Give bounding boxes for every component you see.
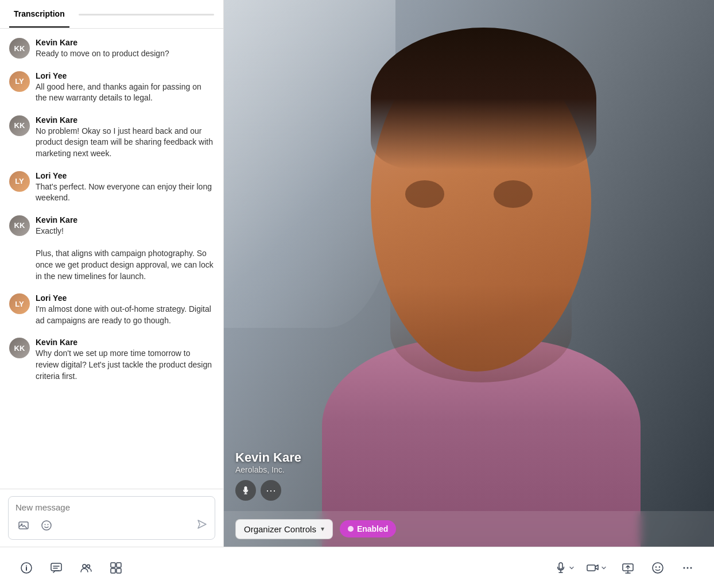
mute-button[interactable] [235, 480, 256, 501]
svg-rect-13 [111, 563, 115, 567]
svg-point-22 [655, 566, 657, 567]
more-options-toolbar-button[interactable] [675, 555, 700, 581]
organizer-bar: Organizer Controls ▾ Enabled [224, 511, 714, 547]
main-area: Transcription KK Kevin Kare Ready to mov… [0, 0, 714, 547]
transcript-content: Kevin Kare No problem! Okay so I just he… [36, 115, 214, 160]
transcript-list: KK Kevin Kare Ready to move on to produc… [0, 29, 223, 489]
message-input-area [0, 489, 223, 547]
mic-button-group[interactable] [551, 559, 579, 577]
apps-button[interactable] [103, 555, 129, 581]
transcript-name: Lori Yee [36, 71, 214, 80]
enabled-dot-icon [348, 526, 354, 532]
organizer-controls-dropdown[interactable]: Organizer Controls ▾ [235, 519, 333, 539]
video-button-group[interactable] [583, 559, 611, 577]
transcript-content: Kevin Kare Why don't we set up more time… [36, 338, 214, 382]
transcript-content: Kevin Kare Exactly! [36, 215, 214, 237]
transcript-text: Ready to move on to product design? [36, 48, 214, 60]
transcript-item: LY Lori Yee All good here, and thanks ag… [9, 71, 214, 104]
svg-point-12 [87, 564, 90, 567]
transcript-text: That's perfect. Now everyone can enjoy t… [36, 181, 214, 204]
more-options-button[interactable]: ⋯ [261, 480, 281, 501]
transcript-item: KK Kevin Kare Why don't we set up more t… [9, 338, 214, 382]
svg-rect-14 [117, 563, 121, 567]
transcript-item: KK Kevin Kare Exactly! [9, 215, 214, 237]
transcript-item: LY Lori Yee That's perfect. Now everyone… [9, 171, 214, 204]
transcript-content: Lori Yee All good here, and thanks again… [36, 71, 214, 104]
message-input[interactable] [15, 502, 208, 512]
transcript-content: Lori Yee I'm almost done with out-of-hom… [36, 293, 214, 326]
tab-inactive-bar [79, 14, 214, 16]
svg-point-24 [684, 567, 685, 568]
organizer-controls-label: Organizer Controls [244, 524, 316, 534]
svg-point-23 [659, 566, 660, 567]
bottom-toolbar [0, 547, 714, 588]
transcript-text: I'm almost done with out-of-home strateg… [36, 304, 214, 326]
transcript-text: All good here, and thanks again for pass… [36, 82, 214, 104]
transcript-name: Kevin Kare [36, 338, 214, 347]
avatar-kevin: KK [9, 115, 30, 136]
transcript-text: Exactly! [36, 226, 214, 237]
enabled-badge[interactable]: Enabled [340, 520, 396, 537]
image-attach-icon[interactable] [15, 517, 32, 533]
transcript-content: Kevin Kare Ready to move on to product d… [36, 38, 214, 60]
transcript-text: Why don't we set up more time tomorrow t… [36, 348, 214, 382]
enabled-label: Enabled [357, 524, 388, 533]
speaker-name: Kevin Kare [235, 450, 703, 465]
left-panel: Transcription KK Kevin Kare Ready to mov… [0, 0, 224, 547]
info-button[interactable] [14, 555, 39, 581]
svg-point-7 [26, 565, 27, 566]
transcript-name: Kevin Kare [36, 115, 214, 125]
people-button[interactable] [73, 555, 99, 581]
transcript-name: Kevin Kare [36, 215, 214, 225]
toolbar-right [551, 555, 700, 581]
svg-rect-8 [51, 563, 61, 571]
transcript-name: Kevin Kare [36, 38, 214, 47]
toolbar-left [14, 555, 129, 581]
transcript-content: Lori Yee That's perfect. Now everyone ca… [36, 171, 214, 204]
svg-point-11 [83, 564, 86, 568]
svg-point-4 [48, 524, 49, 525]
avatar-lori: LY [9, 293, 30, 314]
transcript-item: LY Lori Yee I'm almost done with out-of-… [9, 293, 214, 326]
avatar-kevin: KK [9, 215, 30, 236]
svg-point-2 [42, 521, 51, 530]
svg-point-26 [690, 567, 692, 568]
send-button[interactable] [196, 519, 208, 533]
reactions-button[interactable] [645, 555, 670, 581]
avatar-lori: LY [9, 71, 30, 92]
avatar-lori: LY [9, 171, 30, 192]
transcript-name: Lori Yee [36, 171, 214, 180]
message-input-wrapper [8, 496, 215, 540]
avatar-kevin: KK [9, 38, 30, 59]
chat-button[interactable] [44, 555, 69, 581]
svg-point-3 [45, 524, 46, 525]
svg-rect-17 [587, 565, 595, 571]
message-input-icons [15, 517, 208, 533]
speaker-company: Aerolabs, Inc. [235, 465, 703, 474]
tabs-bar: Transcription [0, 0, 223, 29]
tab-transcription[interactable]: Transcription [9, 1, 69, 28]
transcript-item: KK Kevin Kare Ready to move on to produc… [9, 38, 214, 60]
right-panel: Kevin Kare Aerolabs, Inc. ⋯ [224, 0, 714, 547]
emoji-icon[interactable] [38, 517, 55, 533]
svg-point-21 [653, 563, 663, 573]
video-controls-row: ⋯ [235, 480, 703, 501]
svg-point-25 [687, 567, 689, 568]
chevron-down-icon: ▾ [321, 525, 324, 533]
transcript-text: No problem! Okay so I just heard back an… [36, 126, 214, 160]
svg-rect-15 [111, 568, 115, 573]
video-area: Kevin Kare Aerolabs, Inc. ⋯ [224, 0, 714, 547]
transcript-item: KK Kevin Kare No problem! Okay so I just… [9, 115, 214, 160]
transcript-continuation: Plus, that aligns with campaign photogra… [36, 248, 214, 282]
screenshare-button[interactable] [615, 555, 641, 581]
svg-rect-16 [117, 568, 121, 573]
avatar-kevin: KK [9, 338, 30, 358]
input-icon-left [15, 517, 55, 533]
transcript-name: Lori Yee [36, 293, 214, 303]
